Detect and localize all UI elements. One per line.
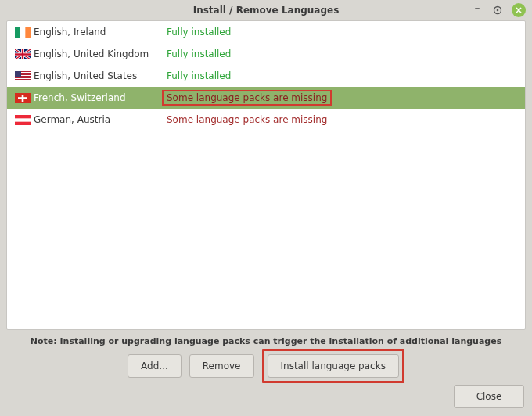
language-name: German, Austria — [34, 114, 167, 125]
usa-flag-icon — [15, 71, 34, 81]
window-controls: – × — [471, 3, 526, 17]
language-name: English, United Kingdom — [34, 48, 167, 59]
language-row[interactable]: French, SwitzerlandSome language packs a… — [7, 87, 525, 109]
action-button-row: Add... Remove Install language packs — [0, 350, 532, 382]
svg-rect-4 — [25, 27, 31, 38]
svg-rect-23 — [15, 71, 21, 77]
language-row[interactable]: English, IrelandFully installed — [7, 21, 525, 43]
install-language-packs-button[interactable]: Install language packs — [268, 354, 399, 378]
language-status: Fully installed — [167, 48, 231, 59]
language-row[interactable]: English, United KingdomFully installed — [7, 43, 525, 65]
language-list[interactable]: English, IrelandFully installed English,… — [6, 20, 526, 330]
maximize-icon — [493, 5, 502, 15]
ireland-flag-icon — [15, 27, 34, 38]
svg-rect-22 — [15, 81, 31, 81]
svg-rect-3 — [15, 27, 20, 38]
svg-rect-9 — [15, 53, 31, 55]
uk-flag-icon — [15, 49, 34, 59]
language-status: Some language packs are missing — [167, 92, 327, 103]
note-text: Note: Installing or upgrading language p… — [0, 336, 532, 346]
close-button-area: Close — [454, 385, 524, 408]
language-status: Fully installed — [167, 70, 231, 81]
window-title: Install / Remove Languages — [193, 5, 340, 16]
svg-rect-26 — [18, 97, 27, 99]
language-row[interactable]: English, United StatesFully installed — [7, 65, 525, 87]
install-button-highlight: Install language packs — [262, 349, 404, 383]
language-status: Fully installed — [167, 27, 231, 38]
language-status: Some language packs are missing — [167, 114, 327, 125]
language-name: English, Ireland — [34, 27, 167, 38]
language-name: English, United States — [34, 70, 167, 81]
titlebar: Install / Remove Languages – × — [0, 0, 532, 20]
close-window-button[interactable]: × — [512, 3, 526, 17]
close-button[interactable]: Close — [454, 385, 524, 408]
svg-point-1 — [497, 9, 499, 12]
austria-flag-icon — [15, 115, 34, 125]
status-highlight: Some language packs are missing — [162, 90, 332, 106]
svg-rect-17 — [15, 77, 31, 77]
switzerland-flag-icon — [15, 93, 34, 103]
add-button[interactable]: Add... — [128, 354, 182, 378]
svg-rect-28 — [15, 118, 31, 121]
svg-rect-18 — [15, 77, 31, 78]
svg-rect-20 — [15, 79, 31, 80]
language-name: French, Switzerland — [34, 92, 167, 103]
maximize-button[interactable] — [491, 4, 504, 16]
svg-rect-21 — [15, 80, 31, 81]
close-icon: × — [515, 3, 523, 17]
minimize-button[interactable]: – — [471, 4, 483, 16]
remove-button[interactable]: Remove — [189, 354, 254, 378]
svg-rect-19 — [15, 78, 31, 79]
language-row[interactable]: German, AustriaSome language packs are m… — [7, 109, 525, 131]
